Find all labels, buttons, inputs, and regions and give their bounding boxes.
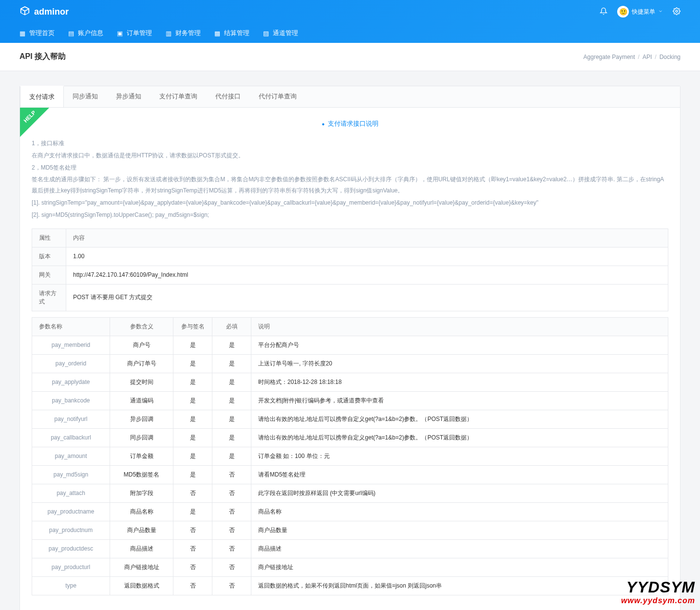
tab-0[interactable]: 支付请求 <box>20 86 64 107</box>
gateway-value: http://47.242.170.147:60109/Pay_Index.ht… <box>66 266 668 284</box>
table-row: pay_attach附加字段否否此字段在返回时按原样返回 (中文需要url编码) <box>32 484 668 502</box>
tab-3[interactable]: 支付订单查询 <box>151 86 207 107</box>
nav-item-3[interactable]: ▥财务管理 <box>166 29 201 38</box>
table-row: pay_amount订单金额是是订单金额 如：100 单位：元 <box>32 447 668 465</box>
table-row: pay_orderid商户订单号是是上送订单号唯一, 字符长度20 <box>32 354 668 373</box>
method-value: POST 请不要用 GET 方式提交 <box>66 284 668 311</box>
page-header: API 接入帮助 Aggregate Payment/API/Docking <box>0 43 700 71</box>
tab-4[interactable]: 代付接口 <box>207 86 250 107</box>
nav-icon: ▤ <box>68 30 75 37</box>
table-row: pay_applydate提交时间是是时间格式：2018-12-28 18:18… <box>32 373 668 391</box>
table-row: pay_productnum商户品数量否否商户品数量 <box>32 521 668 539</box>
page-title: API 接入帮助 <box>19 52 66 62</box>
table-row: pay_memberid商户号是是平台分配商户号 <box>32 336 668 354</box>
user-menu[interactable]: 🙂 快捷菜单 <box>617 6 663 18</box>
tab-1[interactable]: 同步通知 <box>64 86 107 107</box>
nav-icon: ▣ <box>117 30 124 37</box>
user-name: 快捷菜单 <box>632 8 655 16</box>
tab-5[interactable]: 代付订单查询 <box>250 86 306 107</box>
tab-bar: 支付请求同步通知异步通知支付订单查询代付接口代付订单查询 <box>20 86 680 108</box>
section-title: 支付请求接口说明 <box>32 119 668 128</box>
nav-item-4[interactable]: ▩结算管理 <box>214 29 249 38</box>
table-row: type返回数据格式否否返回数据的格式，如果不传则返回html页面，如果值=js… <box>32 576 668 595</box>
table-row: pay_producturl商户链接地址否否商户链接地址 <box>32 558 668 576</box>
nav-icon: ▥ <box>166 30 172 37</box>
nav-label: 订单管理 <box>127 29 152 38</box>
chevron-down-icon <box>658 8 663 15</box>
avatar: 🙂 <box>617 6 629 18</box>
info-text: 1，接口标准 在商户支付请求接口中，数据通信是使用HTTP协议，请求数据以POS… <box>32 138 668 221</box>
param-table: 参数名称 参数含义 参与签名 必填 说明 pay_memberid商户号是是平台… <box>32 317 668 595</box>
breadcrumb: Aggregate Payment/API/Docking <box>584 54 681 60</box>
watermark: YYDSYM www.yydsym.com <box>621 578 695 605</box>
nav-icon: ▦ <box>19 30 26 37</box>
logo[interactable]: adminor <box>19 5 69 19</box>
nav-item-5[interactable]: ▨通道管理 <box>263 29 298 38</box>
nav-label: 账户信息 <box>78 29 103 38</box>
main-panel: 支付请求同步通知异步通知支付订单查询代付接口代付订单查询 HELP 支付请求接口… <box>19 86 681 610</box>
crumb-3[interactable]: Docking <box>660 54 681 60</box>
nav-label: 通道管理 <box>273 29 298 38</box>
brand-name: adminor <box>34 7 69 17</box>
crumb-2[interactable]: API <box>643 54 652 60</box>
bell-icon[interactable] <box>600 7 607 17</box>
meta-table: 属性内容 版本1.00 网关http://47.242.170.147:6010… <box>32 229 668 311</box>
nav-item-0[interactable]: ▦管理首页 <box>19 29 55 38</box>
table-row: pay_productdesc商品描述否否商品描述 <box>32 539 668 558</box>
table-row: pay_bankcode通道编码是是开发文档|附件|银行编码参考，或通道费率中查… <box>32 391 668 410</box>
nav-item-1[interactable]: ▤账户信息 <box>68 29 103 38</box>
version-value: 1.00 <box>66 247 668 266</box>
app-header: adminor 🙂 快捷菜单 ▦管理首页▤账户信息▣订单管理▥财务管理▩结算管理… <box>0 0 700 43</box>
nav-item-2[interactable]: ▣订单管理 <box>117 29 152 38</box>
table-row: pay_notifyurl异步回调是是请给出有效的地址,地址后可以携带自定义ge… <box>32 410 668 428</box>
table-row: pay_callbackurl同步回调是是请给出有效的地址,地址后可以携带自定义… <box>32 428 668 447</box>
nav-icon: ▩ <box>214 30 221 37</box>
crumb-1[interactable]: Aggregate Payment <box>584 54 635 60</box>
nav-icon: ▨ <box>263 30 270 37</box>
nav-label: 结算管理 <box>224 29 249 38</box>
gear-icon[interactable] <box>673 7 681 17</box>
svg-point-0 <box>676 10 678 12</box>
nav-label: 财务管理 <box>175 29 201 38</box>
table-row: pay_md5signMD5数据签名是否请看MD5签名处理 <box>32 465 668 484</box>
table-row: pay_productname商品名称是否商品名称 <box>32 502 668 521</box>
main-nav: ▦管理首页▤账户信息▣订单管理▥财务管理▩结算管理▨通道管理 <box>0 23 700 43</box>
tab-2[interactable]: 异步通知 <box>107 86 151 107</box>
nav-label: 管理首页 <box>29 29 55 38</box>
logo-icon <box>19 5 30 19</box>
